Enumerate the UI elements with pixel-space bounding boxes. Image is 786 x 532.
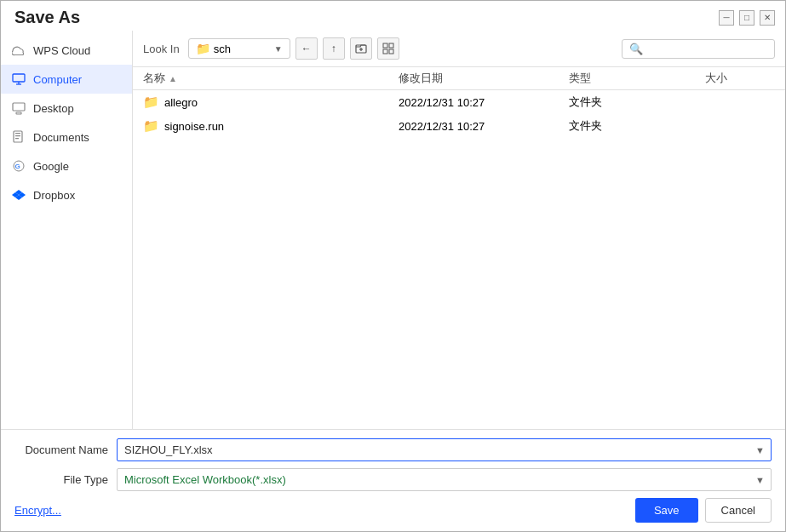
file-type-select[interactable]: Microsoft Excel Workbook(*.xlsx) [117,468,772,491]
documents-icon [11,129,26,145]
sidebar-label-computer: Computer [33,73,82,86]
toolbar: Look In 📁 sch ▼ ← ↑ [133,31,785,67]
svg-rect-3 [13,103,25,111]
doc-name-label: Document Name [14,443,108,456]
save-as-dialog: Save As ─ □ ✕ WPS Cloud [0,0,786,532]
file-type-cell: 文件夹 [569,94,705,110]
desktop-icon [11,100,26,116]
sidebar-item-computer[interactable]: Computer [1,65,132,94]
file-type-select-wrap: Microsoft Excel Workbook(*.xlsx) ▼ [117,468,772,491]
main-area: WPS Cloud Computer [1,31,785,429]
doc-name-input[interactable] [117,438,772,461]
file-list-area: 名称 ▲ 修改日期 类型 大小 📁 [133,67,785,429]
dropbox-icon [11,187,26,203]
look-in-value: sch [214,43,231,55]
search-box[interactable]: 🔍 [622,39,775,59]
doc-name-input-wrap: ▼ [117,438,772,461]
sidebar: WPS Cloud Computer [1,31,133,429]
file-name-label: signoise.run [164,120,224,133]
svg-rect-7 [15,135,20,136]
up-button[interactable]: ↑ [323,37,345,60]
file-type-row: File Type Microsoft Excel Workbook(*.xls… [14,468,772,491]
col-header-type[interactable]: 类型 [569,71,705,86]
actions-row: Encrypt... Save Cancel [14,498,772,523]
sort-up-icon: ▲ [169,74,177,83]
sidebar-label-google: Google [33,160,69,173]
search-input[interactable] [643,43,767,55]
svg-rect-8 [15,138,19,139]
svg-text:G: G [15,163,20,170]
view-toggle-button[interactable] [377,37,399,60]
look-in-label: Look In [143,43,180,55]
file-list-header: 名称 ▲ 修改日期 类型 大小 [133,67,785,90]
sidebar-label-dropbox: Dropbox [33,189,75,202]
folder-icon: 📁 [143,94,159,110]
close-button[interactable]: ✕ [760,10,775,26]
svg-rect-21 [389,49,393,54]
content-area: Look In 📁 sch ▼ ← ↑ [133,31,785,429]
sidebar-label-documents: Documents [33,131,89,144]
sidebar-item-wps-cloud[interactable]: WPS Cloud [1,36,132,65]
svg-rect-5 [14,131,22,142]
file-name-cell: 📁 signoise.run [143,118,399,134]
search-icon: 🔍 [629,43,643,55]
file-row[interactable]: 📁 signoise.run 2022/12/31 10:27 文件夹 [133,114,785,138]
col-header-name[interactable]: 名称 ▲ [143,71,399,86]
dropdown-arrow-icon: ▼ [274,44,283,54]
new-folder-button[interactable] [350,37,372,60]
svg-rect-18 [383,43,387,48]
file-name-cell: 📁 allegro [143,94,399,110]
sidebar-label-desktop: Desktop [33,102,74,115]
file-type-label: File Type [14,473,108,486]
col-header-size[interactable]: 大小 [705,71,785,86]
file-modified-cell: 2022/12/31 10:27 [399,96,569,109]
svg-rect-6 [15,133,20,134]
sidebar-item-google[interactable]: G Google [1,152,132,180]
file-name-label: allegro [164,96,198,109]
svg-rect-20 [383,49,387,54]
minimize-button[interactable]: ─ [719,10,734,26]
folder-icon: 📁 [196,42,210,55]
save-button[interactable]: Save [635,498,698,523]
doc-name-row: Document Name ▼ [14,438,772,461]
cancel-button[interactable]: Cancel [705,498,772,523]
svg-rect-0 [13,74,25,82]
svg-rect-4 [16,112,21,114]
dialog-title: Save As [14,8,80,27]
monitor-icon [11,72,26,87]
cloud-icon [11,43,26,58]
google-icon: G [11,158,26,174]
maximize-button[interactable]: □ [739,10,754,26]
col-header-modified[interactable]: 修改日期 [399,71,569,86]
bottom-bar: Document Name ▼ File Type Microsoft Exce… [1,429,785,531]
file-row[interactable]: 📁 allegro 2022/12/31 10:27 文件夹 [133,90,785,114]
back-button[interactable]: ← [295,37,318,60]
sidebar-label-wps-cloud: WPS Cloud [33,44,90,57]
action-buttons: Save Cancel [635,498,772,523]
sidebar-item-documents[interactable]: Documents [1,123,132,152]
encrypt-link[interactable]: Encrypt... [14,504,61,517]
file-modified-cell: 2022/12/31 10:27 [399,120,569,133]
file-type-cell: 文件夹 [569,118,705,134]
sidebar-item-dropbox[interactable]: Dropbox [1,180,132,209]
svg-rect-19 [389,43,393,48]
sidebar-item-desktop[interactable]: Desktop [1,94,132,123]
look-in-dropdown[interactable]: 📁 sch ▼ [188,38,290,59]
window-controls: ─ □ ✕ [719,10,775,26]
folder-icon: 📁 [143,118,159,134]
title-bar: Save As ─ □ ✕ [1,1,785,31]
